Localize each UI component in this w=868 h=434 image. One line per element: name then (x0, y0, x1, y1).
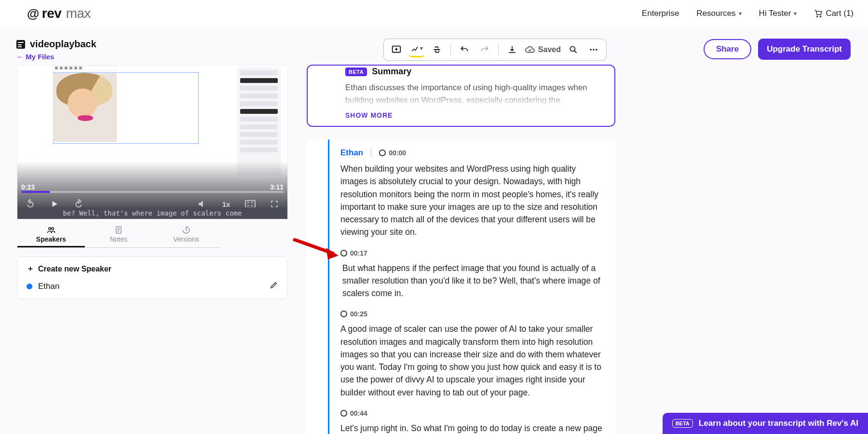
duration: 3:11 (270, 183, 284, 191)
nav-cart[interactable]: Cart (1) (814, 9, 854, 18)
chevron-down-icon: ▾ (794, 10, 797, 17)
nav-enterprise[interactable]: Enterprise (642, 9, 679, 18)
speaker-row[interactable]: Ethan (27, 281, 278, 292)
summary-title: Summary (372, 67, 411, 77)
logo[interactable]: @ rev max (27, 6, 91, 21)
download-button[interactable] (504, 42, 520, 57)
share-button[interactable]: Share (704, 39, 751, 59)
timestamp[interactable]: 00:00 (379, 149, 406, 157)
show-more-button[interactable]: SHOW MORE (345, 111, 602, 119)
caption-text: be? Well, that's where image of scalers … (17, 207, 287, 219)
beta-badge: BETA (345, 68, 367, 76)
ai-banner[interactable]: BETA Learn about your transcript with Re… (663, 413, 868, 434)
timestamp[interactable]: 00:17 (340, 249, 603, 257)
transcript-paragraph[interactable]: Let's jump right in. So what I'm going t… (340, 422, 603, 434)
chevron-down-icon: ▾ (739, 10, 742, 17)
highlight-button[interactable]: ▾ (409, 42, 424, 57)
beta-badge: BETA (672, 419, 693, 428)
panel-tabs: Speakers Notes Versions (17, 221, 220, 248)
timestamp[interactable]: 00:25 (340, 310, 603, 318)
svg-rect-7 (245, 201, 255, 208)
editor-toolbar: ▾ Saved (383, 39, 607, 61)
svg-point-5 (593, 49, 594, 50)
create-speaker-button[interactable]: ＋ Create new Speaker (27, 264, 278, 274)
transcript-card: Ethan 00:00 When building your websites … (307, 139, 615, 434)
speakers-panel: ＋ Create new Speaker Ethan (17, 257, 287, 299)
nav-user-greeting[interactable]: Hi Tester▾ (759, 9, 797, 18)
more-options-button[interactable] (586, 42, 601, 57)
tab-speakers[interactable]: Speakers (17, 221, 85, 247)
speakers-icon (46, 226, 56, 234)
speaker-name: Ethan (38, 282, 59, 291)
search-button[interactable] (566, 42, 581, 57)
tab-notes[interactable]: Notes (85, 221, 152, 247)
svg-point-6 (596, 49, 597, 50)
transcript-paragraph[interactable]: But what happens if the perfect image th… (340, 262, 603, 300)
undo-button[interactable] (457, 42, 472, 57)
upgrade-transcript-button[interactable]: Upgrade Transcript (758, 39, 851, 60)
notes-icon (114, 226, 123, 234)
cloud-check-icon (525, 44, 535, 55)
summary-text: Ethan discusses the importance of using … (345, 81, 602, 107)
logo-mark-icon: @ (27, 6, 39, 21)
progress-bar[interactable] (21, 191, 284, 193)
versions-icon (182, 226, 190, 234)
svg-point-4 (590, 49, 592, 50)
svg-point-9 (52, 228, 54, 230)
timestamp[interactable]: 00:44 (340, 409, 603, 417)
svg-point-3 (570, 46, 575, 51)
file-title: videoplayback (16, 39, 286, 50)
svg-point-1 (820, 16, 821, 17)
transcript-paragraph[interactable]: When building your websites and WordPres… (340, 163, 603, 239)
transcript-speaker[interactable]: Ethan (340, 148, 363, 158)
current-time: 0:23 (21, 183, 35, 191)
cart-icon (814, 9, 823, 18)
add-comment-button[interactable] (389, 42, 404, 57)
transcript-paragraph[interactable]: A good image of scaler can use the power… (340, 323, 603, 399)
strikethrough-button[interactable] (429, 42, 445, 57)
redo-button[interactable] (477, 42, 492, 57)
svg-point-0 (817, 16, 818, 17)
video-player[interactable]: 0:23 3:11 1x be? Well, that's where imag… (17, 66, 287, 219)
plus-icon: ＋ (27, 264, 34, 274)
speaker-color-dot (27, 284, 32, 289)
summary-card: BETA Summary Ethan discusses the importa… (307, 65, 615, 127)
tab-versions[interactable]: Versions (152, 221, 220, 247)
nav-resources[interactable]: Resources▾ (696, 9, 741, 18)
edit-speaker-button[interactable] (270, 281, 278, 292)
back-to-files-link[interactable]: ← My Files (16, 53, 286, 61)
save-status: Saved (525, 44, 561, 55)
document-icon (16, 40, 25, 49)
svg-point-8 (49, 228, 51, 230)
